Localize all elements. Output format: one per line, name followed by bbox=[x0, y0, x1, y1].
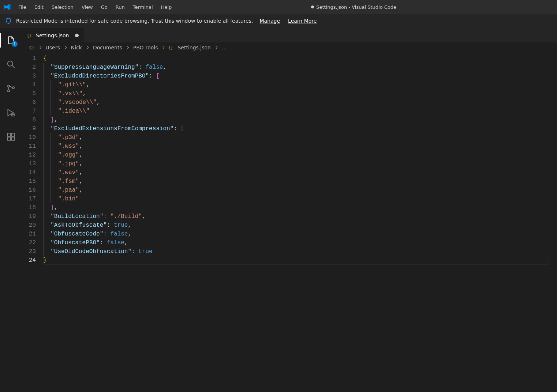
breadcrumb-part[interactable]: Documents bbox=[93, 45, 122, 50]
activity-search[interactable] bbox=[2, 56, 20, 73]
menu-terminal[interactable]: Terminal bbox=[129, 3, 157, 11]
window-title: Settings.json - Visual Studio Code bbox=[311, 4, 396, 10]
explorer-badge: 1 bbox=[12, 41, 18, 47]
menu-go[interactable]: Go bbox=[97, 3, 111, 11]
restricted-mode-banner: Restricted Mode is intended for safe cod… bbox=[0, 14, 557, 28]
shield-icon bbox=[5, 18, 12, 24]
activity-extensions[interactable] bbox=[2, 128, 20, 146]
learn-more-link[interactable]: Learn More bbox=[288, 18, 317, 24]
window-title-text: Settings.json - Visual Studio Code bbox=[316, 4, 396, 10]
svg-point-3 bbox=[8, 90, 10, 92]
breadcrumbs[interactable]: C: Users Nick Documents PBO Tools {} Set… bbox=[22, 42, 557, 53]
breadcrumb-part[interactable]: C: bbox=[29, 45, 35, 50]
chevron-right-icon bbox=[161, 45, 166, 50]
tab-label: Settings.json bbox=[36, 33, 69, 38]
activity-bar: 1 bbox=[0, 28, 22, 392]
main-menu: File Edit Selection View Go Run Terminal… bbox=[15, 3, 175, 11]
svg-point-2 bbox=[8, 85, 10, 87]
menu-view[interactable]: View bbox=[78, 3, 97, 11]
svg-rect-11 bbox=[11, 133, 15, 136]
menu-help[interactable]: Help bbox=[157, 3, 176, 11]
restricted-mode-message: Restricted Mode is intended for safe cod… bbox=[16, 18, 253, 24]
vscode-logo-icon bbox=[3, 3, 12, 11]
svg-rect-10 bbox=[11, 137, 15, 140]
dirty-dot-icon bbox=[311, 5, 314, 8]
menu-selection[interactable]: Selection bbox=[48, 3, 77, 11]
json-file-icon: {} bbox=[169, 45, 175, 50]
editor-tabs: {} Settings.json bbox=[22, 28, 557, 42]
chevron-right-icon bbox=[63, 45, 68, 50]
breadcrumb-file[interactable]: Settings.json bbox=[177, 45, 211, 50]
menu-run[interactable]: Run bbox=[112, 3, 128, 11]
breadcrumb-part[interactable]: Users bbox=[46, 45, 60, 50]
svg-point-4 bbox=[12, 87, 14, 88]
text-editor[interactable]: 123456789101112131415161718192021222324 … bbox=[22, 53, 557, 392]
tab-dirty-icon bbox=[75, 34, 79, 37]
chevron-right-icon bbox=[125, 45, 130, 50]
code-content[interactable]: { "SuppressLanguageWarning": false, "Exc… bbox=[43, 53, 549, 392]
title-bar: File Edit Selection View Go Run Terminal… bbox=[0, 0, 557, 14]
svg-line-1 bbox=[12, 65, 15, 68]
chevron-right-icon bbox=[85, 45, 90, 50]
activity-run-debug[interactable] bbox=[2, 104, 20, 121]
activity-explorer[interactable]: 1 bbox=[2, 31, 20, 49]
svg-text:{}: {} bbox=[169, 45, 173, 50]
breadcrumb-part[interactable]: PBO Tools bbox=[133, 45, 158, 50]
chevron-right-icon bbox=[38, 45, 43, 50]
breadcrumb-part[interactable]: Nick bbox=[71, 45, 82, 50]
svg-text:{}: {} bbox=[27, 33, 31, 38]
svg-rect-9 bbox=[7, 137, 11, 140]
tab-settings-json[interactable]: {} Settings.json bbox=[22, 28, 84, 42]
manage-link[interactable]: Manage bbox=[259, 18, 280, 24]
json-file-icon: {} bbox=[27, 33, 33, 38]
minimap[interactable] bbox=[549, 53, 557, 392]
menu-file[interactable]: File bbox=[15, 3, 30, 11]
svg-rect-8 bbox=[7, 133, 11, 136]
editor-area: {} Settings.json C: Users Nick Documents… bbox=[22, 28, 557, 392]
chevron-right-icon bbox=[214, 45, 219, 50]
activity-source-control[interactable] bbox=[2, 80, 20, 97]
breadcrumb-trailing[interactable]: … bbox=[222, 45, 227, 50]
line-numbers-gutter: 123456789101112131415161718192021222324 bbox=[22, 53, 43, 392]
svg-point-0 bbox=[8, 61, 13, 66]
menu-edit[interactable]: Edit bbox=[31, 3, 47, 11]
